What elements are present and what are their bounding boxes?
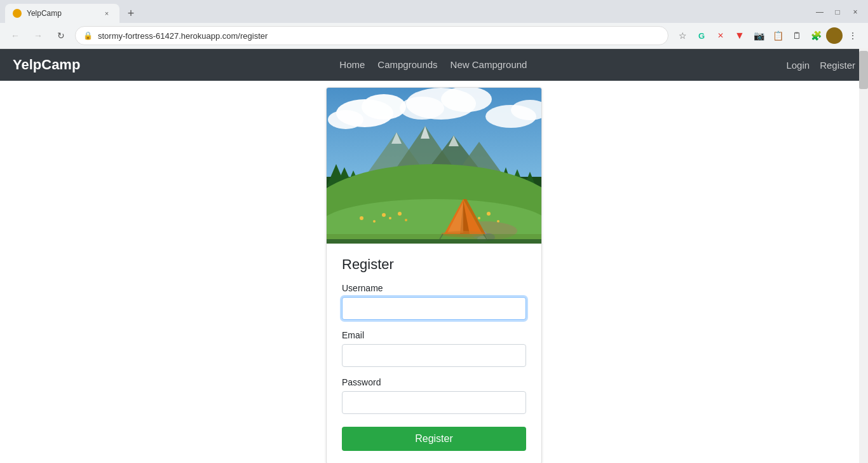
window-controls: — □ × bbox=[812, 4, 863, 22]
nav-item-home: Home bbox=[339, 59, 365, 71]
svg-point-33 bbox=[373, 220, 376, 223]
email-group: Email bbox=[342, 330, 526, 367]
url-text: stormy-fortress-61427.herokuapp.com/regi… bbox=[98, 31, 660, 41]
svg-point-6 bbox=[400, 97, 444, 120]
svg-point-36 bbox=[487, 212, 491, 216]
svg-rect-51 bbox=[327, 239, 541, 244]
new-campground-link[interactable]: New Campground bbox=[451, 59, 527, 70]
lock-icon: 🔒 bbox=[83, 31, 93, 40]
page-content: Register Username Email Password Registe… bbox=[0, 81, 868, 463]
username-group: Username bbox=[342, 283, 526, 320]
camping-scene-svg bbox=[327, 88, 541, 244]
home-link[interactable]: Home bbox=[339, 59, 365, 70]
email-label: Email bbox=[342, 330, 526, 340]
password-group: Password bbox=[342, 377, 526, 414]
tab-title: YelpCamp bbox=[27, 9, 97, 18]
svg-point-29 bbox=[382, 213, 386, 217]
svg-point-3 bbox=[328, 110, 363, 129]
password-label: Password bbox=[342, 377, 526, 387]
extensions-icon[interactable]: 🧩 bbox=[807, 27, 825, 45]
form-title: Register bbox=[342, 256, 526, 273]
card-image bbox=[327, 88, 541, 244]
brand-logo[interactable]: YelpCamp bbox=[13, 57, 80, 73]
maximize-button[interactable]: □ bbox=[830, 4, 845, 20]
camera-icon[interactable]: 📷 bbox=[750, 27, 768, 45]
bookmark-button[interactable]: ☆ bbox=[674, 27, 691, 45]
grammarly-icon[interactable]: G bbox=[693, 27, 710, 45]
svg-point-31 bbox=[398, 212, 402, 216]
forward-button[interactable]: → bbox=[29, 27, 47, 45]
register-card: Register Username Email Password Registe… bbox=[326, 87, 542, 463]
tab-close-button[interactable]: × bbox=[102, 8, 112, 18]
tab-favicon bbox=[13, 9, 22, 18]
back-button[interactable]: ← bbox=[6, 27, 24, 45]
register-submit-button[interactable]: Register bbox=[342, 427, 526, 451]
extension-icon-2[interactable]: ▼ bbox=[731, 27, 749, 45]
login-link[interactable]: Login bbox=[786, 60, 810, 71]
scrollbar-thumb[interactable] bbox=[859, 51, 868, 89]
new-tab-button[interactable]: + bbox=[122, 4, 140, 22]
svg-point-30 bbox=[389, 217, 391, 219]
nav-links: Home Campgrounds New Campground bbox=[339, 59, 527, 71]
nav-item-campgrounds: Campgrounds bbox=[377, 59, 437, 71]
svg-point-35 bbox=[478, 217, 480, 219]
username-input[interactable] bbox=[342, 297, 526, 320]
password-input[interactable] bbox=[342, 391, 526, 414]
svg-point-32 bbox=[405, 219, 407, 221]
app-navbar: YelpCamp Home Campgrounds New Campground… bbox=[0, 49, 868, 81]
username-label: Username bbox=[342, 283, 526, 293]
close-button[interactable]: × bbox=[848, 4, 863, 20]
browser-toolbar: ← → ↻ 🔒 stormy-fortress-61427.herokuapp.… bbox=[0, 23, 868, 48]
register-link[interactable]: Register bbox=[820, 60, 855, 71]
reading-list-icon[interactable]: 📋 bbox=[769, 27, 787, 45]
menu-button[interactable]: ⋮ bbox=[844, 27, 862, 45]
address-bar[interactable]: 🔒 stormy-fortress-61427.herokuapp.com/re… bbox=[75, 26, 668, 45]
scrollbar[interactable] bbox=[859, 48, 868, 463]
active-tab[interactable]: YelpCamp × bbox=[5, 4, 119, 23]
campgrounds-link[interactable]: Campgrounds bbox=[377, 59, 437, 70]
minimize-button[interactable]: — bbox=[812, 4, 827, 20]
email-input[interactable] bbox=[342, 344, 526, 367]
profile-icon[interactable] bbox=[826, 27, 843, 44]
navbar-right: Login Register bbox=[786, 60, 855, 71]
tab-bar: YelpCamp × + — □ × bbox=[0, 0, 868, 23]
refresh-button[interactable]: ↻ bbox=[52, 27, 70, 45]
svg-point-34 bbox=[360, 216, 363, 220]
svg-point-2 bbox=[362, 94, 406, 120]
browser-chrome: YelpCamp × + — □ × ← → ↻ 🔒 stormy-fortre… bbox=[0, 0, 868, 49]
card-body: Register Username Email Password Registe… bbox=[327, 244, 541, 463]
nav-item-new-campground: New Campground bbox=[451, 59, 527, 71]
note-icon[interactable]: 🗒 bbox=[788, 27, 806, 45]
extension-icon-1[interactable]: ✕ bbox=[712, 27, 729, 45]
toolbar-actions: ☆ G ✕ ▼ 📷 📋 🗒 🧩 ⋮ bbox=[674, 27, 862, 45]
